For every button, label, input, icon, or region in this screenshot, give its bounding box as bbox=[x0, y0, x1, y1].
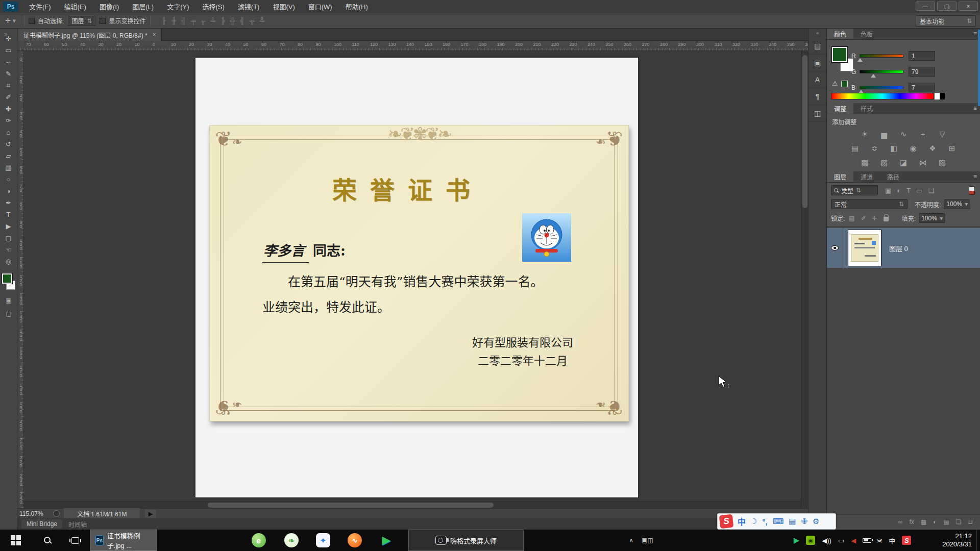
zoom-tool[interactable]: ◎ bbox=[2, 256, 16, 267]
filter-smart-objects-icon[interactable]: ❏ bbox=[928, 187, 934, 194]
taskbar-clock[interactable]: 21:12 2020/3/31 bbox=[925, 530, 974, 551]
input-language-indicator[interactable]: 中 bbox=[889, 536, 895, 545]
eraser-tool[interactable]: ▱ bbox=[2, 150, 16, 162]
color-tab[interactable]: 颜色 bbox=[827, 29, 853, 39]
horn-icon[interactable]: ◀ bbox=[851, 537, 856, 544]
layers-tab[interactable]: 图层 bbox=[827, 171, 853, 182]
canvas[interactable]: ❦❧ ❦❧ ❦❧ ❦❧ ❧❦✾❦❧ 荣誉证书 李多言同志: bbox=[17, 51, 808, 508]
type-tool[interactable]: T bbox=[2, 209, 16, 220]
ime-punctuation-icon[interactable]: °, bbox=[762, 517, 767, 526]
color-spectrum-bar[interactable] bbox=[831, 93, 934, 99]
swatches-tab[interactable]: 色板 bbox=[853, 29, 880, 39]
paragraph-panel-icon[interactable]: ¶ bbox=[808, 88, 826, 105]
info-panel-icon[interactable]: ◫ bbox=[808, 105, 826, 122]
eyedropper-tool[interactable]: ✐ bbox=[2, 91, 16, 103]
taskbar-thunder-app[interactable]: ✦ bbox=[315, 530, 331, 551]
clone-stamp-tool[interactable]: ⌂ bbox=[2, 127, 16, 138]
menu-items-7[interactable]: 视图(V) bbox=[266, 0, 301, 13]
nvidia-icon[interactable]: ◉ bbox=[806, 536, 815, 545]
wifi-icon[interactable]: ((( bbox=[877, 538, 883, 542]
taskbar-leaf-app[interactable]: ❧ bbox=[284, 530, 299, 551]
filter-toggle-switch[interactable] bbox=[969, 186, 975, 195]
minimize-button[interactable]: — bbox=[916, 2, 935, 11]
menu-items-2[interactable]: 图像(I) bbox=[93, 0, 126, 13]
marquee-tool[interactable]: ▭ bbox=[2, 44, 16, 56]
horizontal-scrollbar[interactable] bbox=[24, 501, 801, 508]
path-selection-tool[interactable]: ▶ bbox=[2, 220, 16, 232]
show-desktop-button[interactable] bbox=[976, 530, 980, 551]
align-hcenter-icon[interactable]: ╥ bbox=[201, 17, 205, 24]
history-panel-icon[interactable]: ▤ bbox=[808, 38, 826, 55]
slider-thumb-icon[interactable] bbox=[857, 58, 863, 62]
delete-layer-icon[interactable]: ⊔ bbox=[968, 518, 973, 525]
link-layers-icon[interactable]: ∞ bbox=[898, 518, 903, 525]
quick-mask-icon[interactable]: ▣ bbox=[0, 297, 17, 304]
adjustments-tab[interactable]: 调整 bbox=[827, 103, 853, 114]
character-panel-icon[interactable]: A bbox=[808, 71, 826, 88]
sogou-tray-icon[interactable]: S bbox=[902, 536, 911, 545]
lock-move-icon[interactable]: ✛ bbox=[872, 215, 877, 222]
auto-select-checkbox[interactable] bbox=[29, 18, 35, 24]
properties-panel-icon[interactable]: ▣ bbox=[808, 55, 826, 71]
auto-select-dropdown[interactable]: 图层⇅ bbox=[68, 16, 95, 26]
black-white-icon[interactable]: ◧ bbox=[887, 143, 900, 154]
channel-slider[interactable] bbox=[860, 54, 903, 58]
channels-tab[interactable]: 通道 bbox=[853, 171, 880, 182]
status-expand-icon[interactable]: ▶ bbox=[145, 510, 156, 518]
tab-close-icon[interactable]: × bbox=[153, 31, 156, 38]
eye-icon[interactable] bbox=[831, 245, 839, 251]
menu-items-1[interactable]: 编辑(E) bbox=[58, 0, 93, 13]
ime-clipboard-icon[interactable]: ▤ bbox=[789, 517, 796, 526]
history-brush-tool[interactable]: ↺ bbox=[2, 138, 16, 150]
taskbar-fox-app[interactable]: ∿ bbox=[347, 530, 362, 551]
blend-mode-dropdown[interactable]: 正常⇅ bbox=[831, 199, 908, 209]
menu-items-3[interactable]: 图层(L) bbox=[126, 0, 160, 13]
scrollbar-thumb[interactable] bbox=[802, 55, 807, 208]
filter-adjustment-layers-icon[interactable]: ◐ bbox=[897, 187, 901, 194]
vertical-scrollbar[interactable] bbox=[801, 51, 808, 508]
filter-shape-layers-icon[interactable]: ▭ bbox=[916, 187, 922, 194]
ime-skin-icon[interactable]: ✙ bbox=[801, 517, 807, 526]
distribute-vcenter-icon[interactable]: ╬ bbox=[230, 17, 235, 24]
battery-icon[interactable] bbox=[863, 538, 871, 543]
layer-row[interactable]: 图层 0 bbox=[827, 228, 980, 268]
channel-value-input[interactable]: 7 bbox=[909, 83, 935, 92]
quick-selection-tool[interactable]: ✎ bbox=[2, 68, 16, 80]
photo-filter-icon[interactable]: ◉ bbox=[906, 143, 920, 154]
brightness-contrast-icon[interactable]: ☀ bbox=[858, 129, 871, 140]
monitor-icon[interactable]: ▭ bbox=[838, 537, 844, 544]
curves-icon[interactable]: ∿ bbox=[897, 129, 910, 140]
levels-icon[interactable]: ▅ bbox=[877, 129, 891, 140]
ime-mode-icon[interactable]: 中 bbox=[738, 515, 746, 528]
hidden-app-icon[interactable]: ◫ bbox=[647, 537, 653, 544]
taskbar-browser-app[interactable]: e bbox=[251, 530, 266, 551]
channel-value-input[interactable]: 1 bbox=[909, 51, 935, 61]
channel-slider[interactable] bbox=[860, 86, 903, 89]
hand-tool[interactable]: ☜ bbox=[2, 244, 16, 256]
menu-items-0[interactable]: 文件(F) bbox=[22, 0, 58, 13]
filter-type-layers-icon[interactable]: T bbox=[906, 187, 911, 194]
layer-mask-icon[interactable]: ▩ bbox=[921, 518, 926, 525]
restore-button[interactable]: ▢ bbox=[937, 2, 957, 11]
adjustment-layer-icon[interactable]: ◐ bbox=[933, 518, 937, 525]
taskbar-recorder-task[interactable]: 嗨格式录屏大师 bbox=[408, 530, 524, 551]
foreground-color-swatch[interactable] bbox=[832, 47, 847, 62]
align-top-edges-icon[interactable]: ╟ bbox=[162, 17, 166, 24]
opacity-input[interactable]: 100%▾ bbox=[944, 199, 970, 209]
zoom-level[interactable]: 115.07% bbox=[19, 510, 53, 517]
document-tab[interactable]: 证书模糊例子.jpg @ 115% (图层 0, RGB/8#) * × bbox=[18, 29, 162, 41]
gradient-tool[interactable]: ▥ bbox=[2, 162, 16, 173]
tray-video-icon[interactable]: ▶ bbox=[794, 536, 800, 545]
move-tool[interactable]: ✛ bbox=[2, 33, 16, 44]
distribute-top-icon[interactable]: ╠ bbox=[220, 17, 225, 24]
align-bottom-edges-icon[interactable]: ╢ bbox=[181, 17, 186, 24]
channel-mixer-icon[interactable]: ❖ bbox=[926, 143, 939, 154]
screen-mode-icon[interactable]: ▢ bbox=[0, 310, 17, 317]
styles-tab[interactable]: 样式 bbox=[853, 103, 880, 114]
lock-paint-icon[interactable]: ✐ bbox=[861, 215, 866, 222]
minibridge-tab[interactable]: Mini Bridge bbox=[21, 519, 62, 529]
certificate-image[interactable]: ❦❧ ❦❧ ❦❧ ❦❧ ❧❦✾❦❧ 荣誉证书 李多言同志: bbox=[209, 125, 629, 421]
align-right-edges-icon[interactable]: ╧ bbox=[211, 17, 215, 24]
document-page[interactable]: ❦❧ ❦❧ ❦❧ ❦❧ ❧❦✾❦❧ 荣誉证书 李多言同志: bbox=[195, 58, 638, 497]
tab-overflow-icon[interactable]: » bbox=[4, 31, 8, 38]
